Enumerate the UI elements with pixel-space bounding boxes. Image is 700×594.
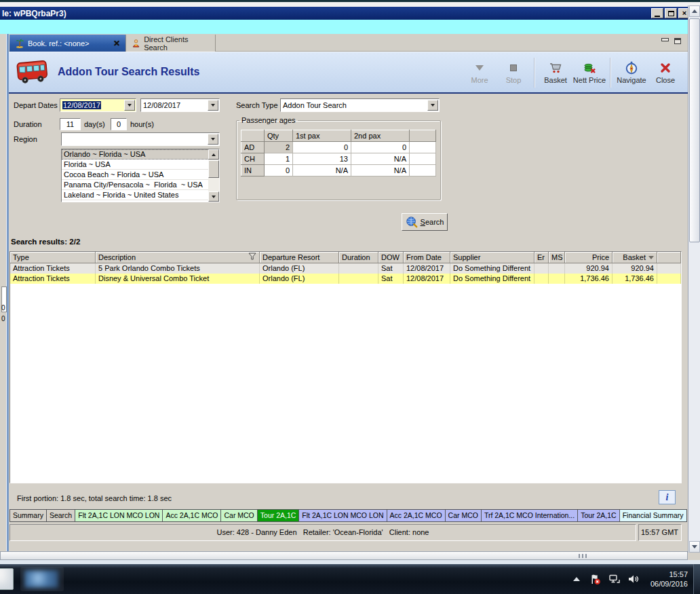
duration-hours-input[interactable]: 0 [111,118,127,130]
region-list-scrollbar[interactable] [208,149,219,202]
dropdown-button[interactable] [208,134,218,145]
tab-financial-summary[interactable]: Financial Summary [619,509,687,522]
cell-supplier: Do Something Different [450,274,534,284]
dropdown-arrow-icon [211,138,215,141]
scroll-down-button[interactable] [208,191,219,202]
horizontal-scrollbar[interactable] [0,551,688,560]
tab-car-1[interactable]: Car MCO [220,509,257,522]
column-header-er[interactable]: Er [534,252,549,263]
cell-filler [657,274,681,284]
cell-supplier: Do Something Different [450,263,534,274]
pax-age-cell[interactable]: N/A [351,165,410,177]
search-button[interactable]: Search [402,213,448,231]
dropdown-button[interactable] [124,100,135,111]
taskbar-clock[interactable]: 15:57 06/09/2016 [646,570,688,589]
scroll-up-button[interactable] [208,149,219,160]
filter-funnel-icon[interactable] [248,252,256,263]
document-tabbar: Book. ref.: <none> ✕ Direct Clients Sear… [9,34,688,52]
pax-qty-cell[interactable]: 1 [265,153,293,165]
tab-close-icon[interactable]: ✕ [113,39,120,48]
pax-age-cell[interactable]: N/A [293,165,351,177]
region-option[interactable]: Orlando ~ Florida ~ USA [62,149,210,160]
background-fragment-text: 0 [1,304,5,312]
column-header-from-date[interactable]: From Date [404,252,450,263]
pax-filler-cell [410,142,436,153]
mdi-minimize-button[interactable] [661,38,669,44]
duration-days-input[interactable]: 11 [60,118,81,130]
arrow-up-icon [573,577,580,581]
pax-qty-cell[interactable]: 2 [265,142,293,153]
tab-accommodation-2[interactable]: Acc 2A,1C MCO [387,509,446,522]
column-header-supplier[interactable]: Supplier [450,252,534,263]
tab-flight-1[interactable]: Flt 2A,1C LON MCO LON [75,509,163,522]
navigate-button[interactable]: Navigate [615,55,648,90]
result-row[interactable]: Attraction Tickets 5 Park Orlando Combo … [10,263,681,274]
scroll-down-button[interactable] [689,541,700,553]
region-listbox: Orlando ~ Florida ~ USA Florida ~ USA Co… [61,149,220,202]
cell-price: 920.94 [565,263,612,274]
vertical-scrollbar-thumb[interactable] [689,18,700,242]
scrollbar-grip-icon[interactable] [579,554,588,558]
pax-age-cell[interactable]: N/A [351,153,410,165]
cyan-banner [0,20,700,34]
tab-flight-2[interactable]: Flt 2A,1C LON MCO LON [298,509,387,522]
network-icon[interactable] [608,573,621,585]
region-option[interactable]: Florida ~ USA [62,160,210,170]
column-header-type[interactable]: Type [10,252,96,263]
tab-transfer[interactable]: Trf 2A,1C MCO Internation... [481,509,578,522]
pax-age-cell[interactable]: 0 [293,142,351,153]
tab-search[interactable]: Search [46,509,75,522]
scroll-up-button[interactable] [689,5,700,17]
vertical-scrollbar[interactable] [688,5,700,553]
document-icon[interactable] [0,568,14,590]
taskbar-app-button[interactable] [20,567,64,591]
column-header-dow[interactable]: DOW [378,252,404,263]
result-row-selected[interactable]: Attraction Tickets Disney & Universal Co… [10,274,681,284]
dropdown-button[interactable] [208,100,218,111]
dropdown-button[interactable] [427,100,438,111]
column-header-ms[interactable]: MS [549,252,565,263]
pax-age-cell[interactable]: 0 [351,142,410,153]
basket-button[interactable]: Basket [539,55,572,90]
window-title: le: wPBQrbaPr3) [0,9,66,18]
tab-car-2[interactable]: Car MCO [445,509,482,522]
action-center-flag-icon[interactable] [589,573,602,585]
close-button[interactable]: Close [648,55,682,90]
arrow-up-icon [692,10,697,13]
tab-booking-ref[interactable]: Book. ref.: <none> ✕ [9,35,126,52]
pax-qty-cell[interactable]: 0 [265,165,293,177]
maximize-button[interactable] [665,8,677,18]
show-desktop-button[interactable] [693,564,700,594]
tab-label: Direct Clients Search [144,35,210,52]
search-timing-text: First portion: 1.8 sec, total search tim… [17,494,172,502]
show-hidden-icons-button[interactable] [570,573,583,585]
region-option[interactable]: Lakeland ~ Florida ~ United States [62,190,210,200]
depart-date-from-field[interactable]: 12/08/2017 [60,98,136,112]
search-type-select[interactable]: Addon Tour Search [280,98,440,112]
column-header-description[interactable]: Description [96,252,260,263]
depart-date-to-value: 12/08/2017 [141,101,208,109]
region-option[interactable]: Cocoa Beach ~ Florida ~ USA [62,170,210,180]
info-button[interactable]: i [659,490,676,504]
depart-dates-label: Depart Dates [14,101,58,109]
nett-price-button[interactable]: Nett Price [572,55,606,90]
more-button: More [463,55,497,90]
region-option[interactable]: Panama City/Pensacola ~ Florida ~ USA [62,180,210,190]
region-list-scrollbar-thumb[interactable] [208,160,219,178]
tab-tour-1-selected[interactable]: Tour 2A,1C [257,509,300,522]
column-header-basket[interactable]: Basket [612,252,657,263]
region-option-partial[interactable] [62,200,210,202]
minimize-button[interactable] [651,8,663,18]
tab-accommodation-1[interactable]: Acc 2A,1C MCO [162,509,221,522]
column-header-price[interactable]: Price [565,252,612,263]
column-header-duration[interactable]: Duration [339,252,378,263]
volume-icon[interactable] [627,573,640,585]
region-select[interactable] [61,132,220,146]
pax-age-cell[interactable]: 13 [293,153,351,165]
mdi-restore-button[interactable] [674,38,681,44]
tab-tour-2[interactable]: Tour 2A,1C [577,509,620,522]
tab-direct-clients-search[interactable]: Direct Clients Search [126,35,216,52]
depart-date-to-field[interactable]: 12/08/2017 [140,98,220,112]
column-header-departure-resort[interactable]: Departure Resort [260,252,339,263]
tab-summary[interactable]: Summary [9,509,47,522]
